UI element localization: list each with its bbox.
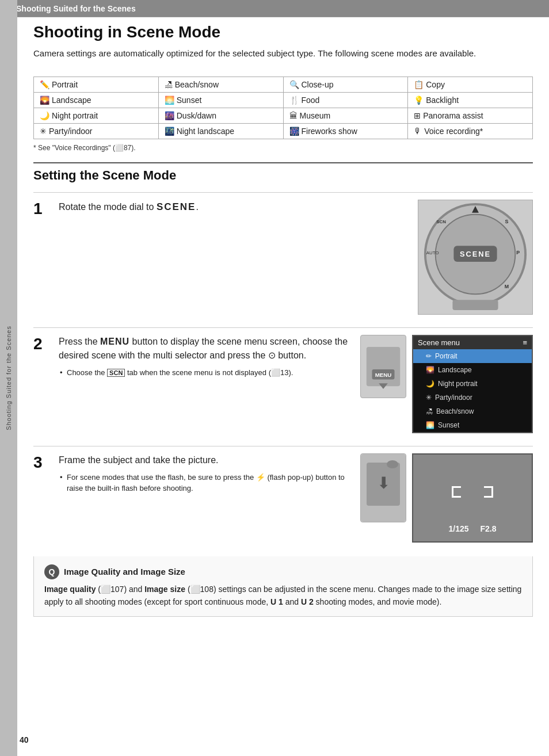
note-icon: Q: [44, 564, 59, 579]
panorama-icon: ⊞: [414, 111, 421, 120]
menu-screen-icon: ≡: [523, 338, 527, 347]
dial-illustration: A S P M SCN AUTO SCENE: [418, 200, 533, 315]
scene-mode-portrait: Portrait: [52, 80, 78, 89]
svg-rect-12: [452, 300, 498, 310]
menu-btn-svg: MENU: [361, 335, 406, 398]
menu-item-landscape[interactable]: 🌄 Landscape: [413, 363, 532, 377]
menu-landscape-icon: 🌄: [426, 366, 434, 374]
scene-word: SCENE: [157, 201, 196, 212]
note-u2: U 2: [301, 597, 314, 606]
note-header: Q Image Quality and Image Size: [44, 564, 522, 579]
table-row: ✳Party/indoor 🌃Night landscape 🎆Firework…: [34, 123, 533, 139]
menu-portrait-label: Portrait: [435, 352, 458, 360]
nightlandscape-icon: 🌃: [165, 127, 174, 136]
svg-rect-14: [367, 346, 401, 385]
step-1: 1 Rotate the mode dial to SCENE. A S: [33, 192, 533, 315]
step-2-text: Press the MENU button to display the sce…: [59, 335, 360, 362]
flash-btn-svg: ⬇: [361, 454, 406, 522]
table-cell: 📋Copy: [408, 77, 533, 92]
table-cell: 🌆Dusk/dawn: [158, 108, 283, 123]
menu-sunset-icon: 🌅: [426, 421, 434, 429]
table-footnote: * See "Voice Recordings" (⬜87).: [33, 144, 533, 152]
table-cell: 🔍Close-up: [283, 77, 408, 92]
scene-mode-duskdawn: Dusk/dawn: [177, 111, 216, 120]
menu-item-nightportrait[interactable]: 🌙 Night portrait: [413, 377, 532, 391]
step-2-number: 2: [33, 335, 54, 353]
page-number: 40: [20, 735, 29, 744]
menu-landscape-label: Landscape: [438, 366, 472, 374]
page-title-section: Shooting in Scene Mode Camera settings a…: [33, 17, 533, 77]
step-3-images: ⬇ 1/125 F2.8: [360, 453, 533, 543]
svg-text:P: P: [516, 250, 520, 255]
menu-screen-title: Scene menu: [418, 338, 460, 347]
note-text: Image quality (⬜107) and Image size (⬜10…: [44, 583, 522, 609]
note-u1: U 1: [270, 597, 283, 606]
svg-text:⬇: ⬇: [377, 474, 390, 492]
table-cell: 🎙Voice recording*: [408, 123, 533, 139]
table-cell: ⊞Panorama assist: [408, 108, 533, 123]
table-cell: 🏖Beach/snow: [158, 77, 283, 92]
nightportrait-icon: 🌙: [40, 111, 49, 120]
vf-brackets: [452, 486, 493, 498]
table-cell: 🌄Landscape: [34, 92, 159, 108]
table-cell: 🎆Fireworks show: [283, 123, 408, 139]
table-cell: ✏️Portrait: [34, 77, 159, 92]
header-title: Shooting Suited for the Scenes: [16, 4, 136, 13]
table-row: ✏️Portrait 🏖Beach/snow 🔍Close-up 📋Copy: [34, 77, 533, 92]
menu-party-label: Party/indoor: [435, 394, 472, 402]
vf-aperture: F2.8: [481, 524, 497, 533]
main-content: Shooting in Scene Mode Camera settings a…: [17, 17, 549, 640]
page-title: Shooting in Scene Mode: [33, 23, 533, 41]
scene-tab-label: SCN: [107, 369, 125, 377]
menu-nightportrait-icon: 🌙: [426, 380, 434, 388]
table-row: 🌙Night portrait 🌆Dusk/dawn 🏛Museum ⊞Pano…: [34, 108, 533, 123]
svg-text:SCENE: SCENE: [460, 250, 491, 258]
step-1-text: Rotate the mode dial to SCENE.: [59, 200, 409, 215]
step-1-number: 1: [33, 200, 54, 218]
table-row: 🌄Landscape 🌅Sunset 🍴Food 💡Backlight: [34, 92, 533, 108]
duskdawn-icon: 🌆: [165, 111, 174, 120]
step-1-image: A S P M SCN AUTO SCENE: [418, 200, 533, 315]
menu-beach-icon: 🏖: [426, 407, 433, 415]
menu-beach-label: Beach/snow: [436, 407, 474, 415]
intro-text: Camera settings are automatically optimi…: [33, 47, 533, 60]
step-3-number: 3: [33, 453, 54, 472]
menu-item-beach[interactable]: 🏖 Beach/snow: [413, 404, 532, 418]
svg-text:M: M: [505, 284, 509, 289]
closeup-icon: 🔍: [289, 80, 299, 89]
menu-item-portrait[interactable]: ✏ Portrait: [413, 349, 532, 363]
svg-text:AUTO: AUTO: [426, 250, 439, 255]
step-3-text: Frame the subject and take the picture.: [59, 453, 360, 467]
sidebar-label: Shooting Suited for the Scenes: [5, 326, 12, 430]
portrait-icon: ✏️: [40, 80, 49, 89]
sidebar: Shooting Suited for the Scenes: [0, 0, 17, 756]
flash-button-illustration: ⬇: [360, 453, 406, 522]
menu-item-party[interactable]: ✳ Party/indoor: [413, 391, 532, 404]
vf-info: 1/125 F2.8: [448, 524, 496, 533]
scene-mode-landscape: Landscape: [52, 96, 92, 105]
table-cell: 🍴Food: [283, 92, 408, 108]
svg-point-21: [387, 460, 398, 468]
menu-word: MENU: [100, 337, 129, 346]
menu-sunset-label: Sunset: [438, 421, 459, 429]
food-icon: 🍴: [289, 96, 299, 105]
vf-bracket-left: [452, 486, 461, 498]
copy-icon: 📋: [414, 80, 424, 89]
backlight-icon: 💡: [414, 96, 424, 105]
step-3-bullet: For scene modes that use the flash, be s…: [59, 472, 360, 494]
menu-item-sunset[interactable]: 🌅 Sunset: [413, 418, 532, 432]
sunset-icon: 🌅: [165, 96, 174, 105]
beachsnow-icon: 🏖: [165, 80, 173, 89]
section-title: Setting the Scene Mode: [33, 162, 533, 183]
menu-portrait-icon: ✏: [426, 352, 432, 360]
museum-icon: 🏛: [289, 111, 298, 120]
note-title: Image Quality and Image Size: [64, 567, 185, 576]
scene-mode-nightlandscape: Night landscape: [177, 127, 234, 136]
note-box: Q Image Quality and Image Size Image qua…: [33, 556, 533, 617]
dial-svg: A S P M SCN AUTO SCENE: [418, 200, 532, 315]
scene-menu-screen: Scene menu ≡ ✏ Portrait 🌄 Landscape 🌙 Ni…: [412, 335, 533, 433]
table-cell: 🌃Night landscape: [158, 123, 283, 139]
scene-mode-voice: Voice recording*: [424, 127, 483, 136]
scene-mode-sunset: Sunset: [177, 96, 202, 105]
step-3: 3 Frame the subject and take the picture…: [33, 446, 533, 543]
